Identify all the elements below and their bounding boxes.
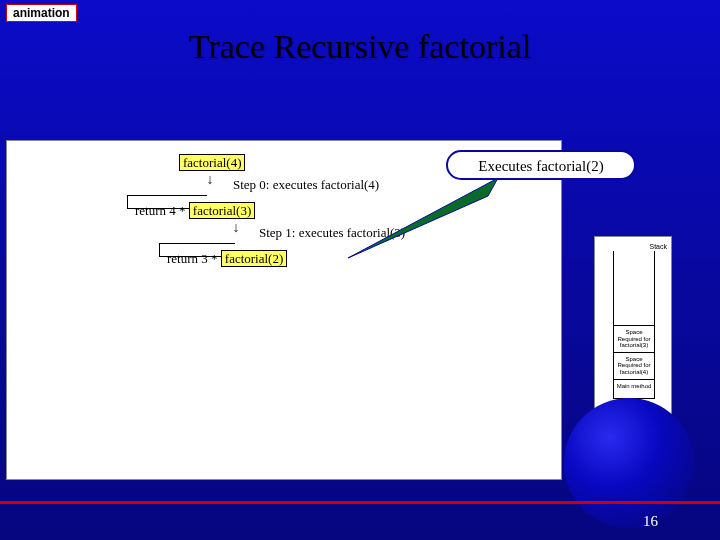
slide-title: Trace Recursive factorial: [0, 28, 720, 66]
stack-title: Stack: [649, 243, 667, 250]
trace-return0: return 4 * factorial(3): [135, 203, 255, 219]
trace-ret0a: return 4 *: [135, 203, 189, 218]
trace-ret0b: factorial(3): [189, 202, 255, 219]
svg-marker-0: [348, 178, 498, 258]
footer-divider: [0, 501, 720, 504]
decorative-sphere: [564, 398, 694, 528]
arrow-down-icon: ↓: [231, 221, 241, 235]
animation-tag: animation: [6, 4, 77, 22]
trace-ret1a: return 3 *: [167, 251, 221, 266]
trace-ret1b: factorial(2): [221, 250, 287, 267]
callout-bubble: Executes factorial(2): [446, 150, 636, 180]
stack-cell: Space Required for factorial(4): [614, 352, 654, 379]
page-number: 16: [643, 513, 658, 530]
arrow-down-icon: ↓: [205, 173, 215, 187]
stack-cell: Main method: [614, 379, 654, 393]
trace-root: factorial(4): [179, 154, 245, 171]
trace-return1: return 3 * factorial(2): [167, 251, 287, 267]
stack-box: Space Required for factorial(3) Space Re…: [613, 251, 655, 399]
stack-cell: Space Required for factorial(3): [614, 325, 654, 352]
callout-text: Executes factorial(2): [478, 158, 603, 174]
animation-tag-label: animation: [13, 6, 70, 20]
